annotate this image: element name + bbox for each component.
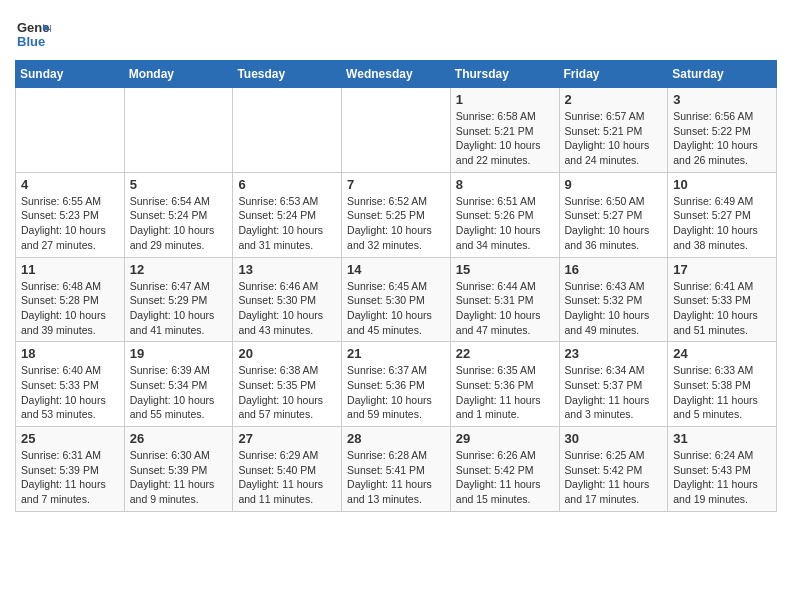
day-info: Sunrise: 6:53 AM Sunset: 5:24 PM Dayligh…: [238, 194, 336, 253]
header-cell-saturday: Saturday: [668, 61, 777, 88]
calendar-week-3: 11Sunrise: 6:48 AM Sunset: 5:28 PM Dayli…: [16, 257, 777, 342]
day-info: Sunrise: 6:33 AM Sunset: 5:38 PM Dayligh…: [673, 363, 771, 422]
day-number: 22: [456, 346, 554, 361]
day-info: Sunrise: 6:48 AM Sunset: 5:28 PM Dayligh…: [21, 279, 119, 338]
calendar-cell: 12Sunrise: 6:47 AM Sunset: 5:29 PM Dayli…: [124, 257, 233, 342]
header-cell-monday: Monday: [124, 61, 233, 88]
calendar-cell: 15Sunrise: 6:44 AM Sunset: 5:31 PM Dayli…: [450, 257, 559, 342]
calendar-cell: 18Sunrise: 6:40 AM Sunset: 5:33 PM Dayli…: [16, 342, 125, 427]
day-number: 8: [456, 177, 554, 192]
calendar-week-2: 4Sunrise: 6:55 AM Sunset: 5:23 PM Daylig…: [16, 172, 777, 257]
calendar-cell: 22Sunrise: 6:35 AM Sunset: 5:36 PM Dayli…: [450, 342, 559, 427]
calendar-cell: 16Sunrise: 6:43 AM Sunset: 5:32 PM Dayli…: [559, 257, 668, 342]
day-info: Sunrise: 6:41 AM Sunset: 5:33 PM Dayligh…: [673, 279, 771, 338]
day-number: 15: [456, 262, 554, 277]
calendar-cell: [124, 88, 233, 173]
calendar-cell: 31Sunrise: 6:24 AM Sunset: 5:43 PM Dayli…: [668, 427, 777, 512]
calendar-table: SundayMondayTuesdayWednesdayThursdayFrid…: [15, 60, 777, 512]
day-number: 24: [673, 346, 771, 361]
day-number: 30: [565, 431, 663, 446]
calendar-cell: 7Sunrise: 6:52 AM Sunset: 5:25 PM Daylig…: [342, 172, 451, 257]
calendar-cell: 13Sunrise: 6:46 AM Sunset: 5:30 PM Dayli…: [233, 257, 342, 342]
calendar-cell: 28Sunrise: 6:28 AM Sunset: 5:41 PM Dayli…: [342, 427, 451, 512]
calendar-cell: 19Sunrise: 6:39 AM Sunset: 5:34 PM Dayli…: [124, 342, 233, 427]
day-number: 25: [21, 431, 119, 446]
calendar-body: 1Sunrise: 6:58 AM Sunset: 5:21 PM Daylig…: [16, 88, 777, 512]
header-cell-thursday: Thursday: [450, 61, 559, 88]
calendar-cell: 21Sunrise: 6:37 AM Sunset: 5:36 PM Dayli…: [342, 342, 451, 427]
day-number: 21: [347, 346, 445, 361]
day-info: Sunrise: 6:49 AM Sunset: 5:27 PM Dayligh…: [673, 194, 771, 253]
day-info: Sunrise: 6:58 AM Sunset: 5:21 PM Dayligh…: [456, 109, 554, 168]
day-number: 29: [456, 431, 554, 446]
calendar-cell: 27Sunrise: 6:29 AM Sunset: 5:40 PM Dayli…: [233, 427, 342, 512]
day-info: Sunrise: 6:57 AM Sunset: 5:21 PM Dayligh…: [565, 109, 663, 168]
day-number: 18: [21, 346, 119, 361]
day-number: 17: [673, 262, 771, 277]
calendar-cell: 8Sunrise: 6:51 AM Sunset: 5:26 PM Daylig…: [450, 172, 559, 257]
logo: General Blue: [15, 16, 51, 52]
calendar-cell: 6Sunrise: 6:53 AM Sunset: 5:24 PM Daylig…: [233, 172, 342, 257]
day-info: Sunrise: 6:38 AM Sunset: 5:35 PM Dayligh…: [238, 363, 336, 422]
day-number: 23: [565, 346, 663, 361]
day-info: Sunrise: 6:56 AM Sunset: 5:22 PM Dayligh…: [673, 109, 771, 168]
day-info: Sunrise: 6:39 AM Sunset: 5:34 PM Dayligh…: [130, 363, 228, 422]
day-number: 12: [130, 262, 228, 277]
calendar-cell: 25Sunrise: 6:31 AM Sunset: 5:39 PM Dayli…: [16, 427, 125, 512]
calendar-cell: 14Sunrise: 6:45 AM Sunset: 5:30 PM Dayli…: [342, 257, 451, 342]
day-info: Sunrise: 6:55 AM Sunset: 5:23 PM Dayligh…: [21, 194, 119, 253]
calendar-week-4: 18Sunrise: 6:40 AM Sunset: 5:33 PM Dayli…: [16, 342, 777, 427]
day-number: 14: [347, 262, 445, 277]
calendar-cell: 2Sunrise: 6:57 AM Sunset: 5:21 PM Daylig…: [559, 88, 668, 173]
calendar-cell: [342, 88, 451, 173]
day-info: Sunrise: 6:45 AM Sunset: 5:30 PM Dayligh…: [347, 279, 445, 338]
day-number: 19: [130, 346, 228, 361]
day-info: Sunrise: 6:37 AM Sunset: 5:36 PM Dayligh…: [347, 363, 445, 422]
header-cell-wednesday: Wednesday: [342, 61, 451, 88]
calendar-cell: 29Sunrise: 6:26 AM Sunset: 5:42 PM Dayli…: [450, 427, 559, 512]
day-info: Sunrise: 6:31 AM Sunset: 5:39 PM Dayligh…: [21, 448, 119, 507]
day-info: Sunrise: 6:46 AM Sunset: 5:30 PM Dayligh…: [238, 279, 336, 338]
calendar-cell: 1Sunrise: 6:58 AM Sunset: 5:21 PM Daylig…: [450, 88, 559, 173]
day-info: Sunrise: 6:51 AM Sunset: 5:26 PM Dayligh…: [456, 194, 554, 253]
day-info: Sunrise: 6:43 AM Sunset: 5:32 PM Dayligh…: [565, 279, 663, 338]
day-info: Sunrise: 6:34 AM Sunset: 5:37 PM Dayligh…: [565, 363, 663, 422]
day-info: Sunrise: 6:26 AM Sunset: 5:42 PM Dayligh…: [456, 448, 554, 507]
day-number: 20: [238, 346, 336, 361]
header-cell-tuesday: Tuesday: [233, 61, 342, 88]
day-info: Sunrise: 6:29 AM Sunset: 5:40 PM Dayligh…: [238, 448, 336, 507]
calendar-cell: 5Sunrise: 6:54 AM Sunset: 5:24 PM Daylig…: [124, 172, 233, 257]
day-number: 26: [130, 431, 228, 446]
calendar-week-1: 1Sunrise: 6:58 AM Sunset: 5:21 PM Daylig…: [16, 88, 777, 173]
calendar-header: SundayMondayTuesdayWednesdayThursdayFrid…: [16, 61, 777, 88]
calendar-cell: 9Sunrise: 6:50 AM Sunset: 5:27 PM Daylig…: [559, 172, 668, 257]
day-info: Sunrise: 6:52 AM Sunset: 5:25 PM Dayligh…: [347, 194, 445, 253]
day-info: Sunrise: 6:47 AM Sunset: 5:29 PM Dayligh…: [130, 279, 228, 338]
day-info: Sunrise: 6:28 AM Sunset: 5:41 PM Dayligh…: [347, 448, 445, 507]
calendar-cell: 23Sunrise: 6:34 AM Sunset: 5:37 PM Dayli…: [559, 342, 668, 427]
day-number: 6: [238, 177, 336, 192]
header-cell-friday: Friday: [559, 61, 668, 88]
day-number: 5: [130, 177, 228, 192]
day-number: 31: [673, 431, 771, 446]
day-info: Sunrise: 6:25 AM Sunset: 5:42 PM Dayligh…: [565, 448, 663, 507]
page-header: General Blue: [15, 10, 777, 52]
day-number: 10: [673, 177, 771, 192]
calendar-cell: 30Sunrise: 6:25 AM Sunset: 5:42 PM Dayli…: [559, 427, 668, 512]
day-number: 9: [565, 177, 663, 192]
day-number: 28: [347, 431, 445, 446]
day-number: 11: [21, 262, 119, 277]
day-info: Sunrise: 6:40 AM Sunset: 5:33 PM Dayligh…: [21, 363, 119, 422]
day-info: Sunrise: 6:24 AM Sunset: 5:43 PM Dayligh…: [673, 448, 771, 507]
day-number: 27: [238, 431, 336, 446]
day-number: 4: [21, 177, 119, 192]
calendar-cell: [233, 88, 342, 173]
header-row: SundayMondayTuesdayWednesdayThursdayFrid…: [16, 61, 777, 88]
calendar-cell: 4Sunrise: 6:55 AM Sunset: 5:23 PM Daylig…: [16, 172, 125, 257]
day-info: Sunrise: 6:35 AM Sunset: 5:36 PM Dayligh…: [456, 363, 554, 422]
day-info: Sunrise: 6:54 AM Sunset: 5:24 PM Dayligh…: [130, 194, 228, 253]
calendar-cell: [16, 88, 125, 173]
calendar-cell: 11Sunrise: 6:48 AM Sunset: 5:28 PM Dayli…: [16, 257, 125, 342]
header-cell-sunday: Sunday: [16, 61, 125, 88]
day-info: Sunrise: 6:44 AM Sunset: 5:31 PM Dayligh…: [456, 279, 554, 338]
